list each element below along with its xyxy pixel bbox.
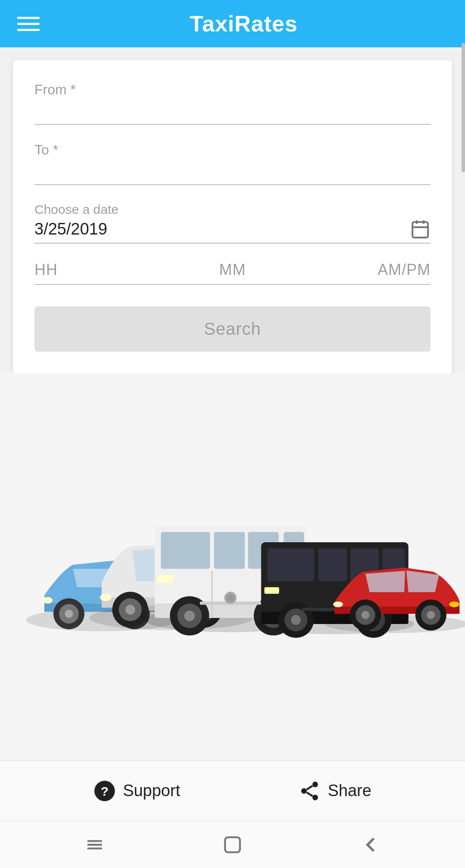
to-field-group: To *: [34, 142, 431, 185]
time-row: HH MM AM/PM: [34, 261, 431, 285]
nav-home-button[interactable]: [221, 834, 244, 856]
svg-text:?: ?: [101, 784, 109, 798]
hour-placeholder: HH: [34, 261, 58, 278]
date-label: Choose a date: [34, 202, 431, 217]
app-title: TaxiRates: [40, 11, 448, 37]
svg-point-36: [184, 611, 195, 621]
nav-back-icon: [359, 834, 381, 856]
svg-point-66: [333, 602, 343, 607]
ampm-field[interactable]: AM/PM: [298, 261, 431, 279]
minute-placeholder: MM: [219, 261, 246, 278]
svg-point-42: [226, 594, 235, 602]
support-label: Support: [123, 782, 180, 800]
share-icon: [298, 780, 321, 802]
svg-point-7: [65, 610, 73, 618]
svg-rect-46: [267, 548, 314, 581]
svg-point-16: [125, 605, 135, 615]
date-row[interactable]: 3/25/2019: [34, 219, 431, 244]
svg-point-54: [291, 615, 301, 625]
app-header: TaxiRates: [0, 0, 465, 47]
svg-rect-77: [87, 847, 102, 849]
cars-image: [0, 485, 465, 649]
svg-rect-78: [225, 837, 240, 852]
svg-point-62: [361, 611, 369, 619]
bottom-action-bar: ? Support Share: [0, 760, 465, 821]
nav-menu-icon: [84, 834, 106, 856]
from-input[interactable]: [34, 100, 431, 125]
svg-point-72: [313, 794, 318, 800]
from-field-group: From *: [34, 82, 431, 125]
svg-rect-32: [157, 575, 173, 583]
svg-rect-76: [87, 843, 102, 845]
search-form: From * To * Choose a date 3/25/2019 HH M…: [13, 60, 452, 373]
svg-rect-75: [87, 840, 102, 842]
nav-menu-button[interactable]: [84, 834, 106, 856]
svg-rect-27: [214, 532, 245, 569]
date-value: 3/25/2019: [34, 220, 410, 238]
svg-rect-0: [412, 222, 428, 238]
nav-back-button[interactable]: [359, 834, 381, 856]
menu-button[interactable]: [17, 17, 40, 31]
svg-point-65: [427, 611, 435, 619]
nav-home-icon: [221, 834, 244, 856]
to-input[interactable]: [34, 161, 431, 185]
svg-rect-26: [161, 532, 210, 569]
to-label: To *: [34, 142, 431, 158]
svg-rect-47: [319, 548, 347, 581]
support-button[interactable]: ? Support: [93, 780, 180, 802]
svg-point-11: [43, 597, 53, 603]
scroll-indicator: [462, 43, 465, 172]
minute-field[interactable]: MM: [167, 261, 299, 279]
navigation-bar: [0, 821, 465, 868]
svg-line-73: [307, 786, 313, 790]
from-label: From *: [34, 82, 431, 98]
cars-svg: [0, 485, 465, 649]
svg-rect-50: [264, 587, 279, 594]
date-field-group: Choose a date 3/25/2019: [34, 202, 431, 244]
svg-point-20: [100, 594, 112, 601]
calendar-icon: [410, 219, 431, 239]
share-button[interactable]: Share: [298, 780, 371, 802]
svg-point-71: [301, 788, 307, 794]
search-button[interactable]: Search: [34, 306, 431, 352]
svg-point-70: [313, 782, 318, 787]
support-icon: ?: [93, 780, 116, 802]
svg-line-74: [307, 792, 313, 796]
ampm-placeholder: AM/PM: [378, 261, 431, 278]
share-label: Share: [328, 782, 371, 800]
car-showcase: [0, 373, 465, 760]
svg-point-67: [450, 602, 459, 607]
hour-field[interactable]: HH: [34, 261, 167, 279]
